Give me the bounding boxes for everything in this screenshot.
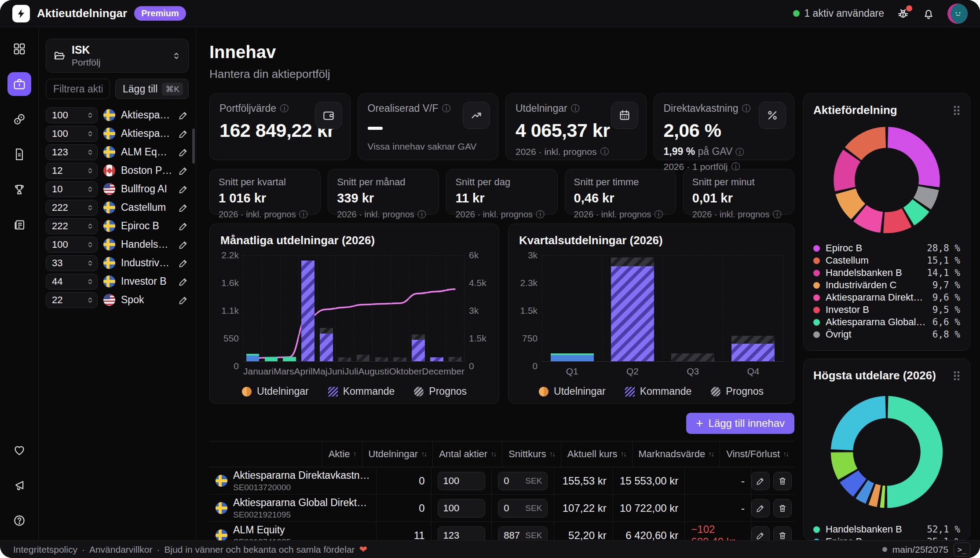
notifications-bell-button[interactable] [922, 7, 935, 20]
edit-pencil-icon[interactable] [751, 526, 770, 541]
nav-dividends-button[interactable] [7, 107, 31, 131]
info-icon[interactable]: ⓘ [735, 147, 744, 157]
dividends-cell: 0 [376, 467, 431, 494]
filter-stocks-input[interactable] [46, 79, 110, 99]
avg-price-input[interactable]: 0SEK [498, 472, 548, 490]
legend-row: Övrigt 6,8 % [813, 328, 960, 341]
user-avatar[interactable] [947, 4, 968, 24]
delete-trash-icon[interactable] [773, 499, 792, 518]
avg-price-input[interactable]: 0SEK [498, 499, 548, 518]
quantity-stepper[interactable]: 44 [46, 274, 98, 290]
nav-reports-button[interactable] [7, 143, 31, 166]
quantity-stepper[interactable]: 22 [46, 292, 98, 308]
edit-pencil-icon[interactable] [178, 128, 189, 139]
edit-pencil-icon[interactable] [751, 499, 770, 518]
shares-input[interactable]: 100 [438, 499, 486, 518]
quantity-stepper[interactable]: 100 [46, 107, 98, 123]
country-flag-icon [216, 529, 227, 540]
quarterly-plot [542, 255, 783, 362]
nav-dashboard-button[interactable] [7, 37, 31, 61]
portfolio-selector[interactable]: ISK Portfölj [46, 39, 189, 73]
stock-list-item: 33 Industrivärden C [46, 255, 189, 271]
shares-input[interactable]: 100 [438, 472, 486, 490]
info-icon[interactable]: ⓘ [280, 103, 289, 114]
edit-pencil-icon[interactable] [178, 295, 189, 305]
info-icon[interactable]: ⓘ [417, 209, 426, 220]
edit-pencil-icon[interactable] [178, 147, 189, 158]
info-icon[interactable]: ⓘ [536, 209, 545, 220]
nav-portfolio-button[interactable] [7, 72, 31, 96]
add-holding-button[interactable]: + Lägg till innehav [686, 413, 794, 434]
plus-icon: + [696, 417, 703, 430]
edit-pencil-icon[interactable] [178, 221, 189, 231]
nav-news-button[interactable] [7, 213, 31, 237]
table-header-cell[interactable]: Aktie ↑ [322, 441, 362, 467]
table-header-cell[interactable]: Vinst/Förlust ↑↓ [720, 441, 794, 467]
table-header-cell[interactable]: Snittkurs ↑↓ [502, 441, 561, 467]
portfolio-value-card: Portföljvärdeⓘ 162 849,22 kr [209, 93, 351, 160]
table-header-cell[interactable]: Utdelningar ↑↓ [362, 441, 433, 467]
quantity-stepper[interactable]: 123 [46, 144, 98, 160]
info-icon[interactable]: ⓘ [600, 146, 609, 158]
legend-item: Utdelningar [242, 385, 309, 397]
quantity-stepper[interactable]: 100 [46, 126, 98, 142]
edit-pencil-icon[interactable] [178, 276, 189, 287]
delete-trash-icon[interactable] [773, 526, 792, 541]
edit-pencil-icon[interactable] [178, 184, 189, 195]
stock-list-item: 10 Bullfrog AI [46, 181, 189, 197]
quantity-stepper[interactable]: 222 [46, 200, 98, 216]
info-icon[interactable]: ⓘ [299, 209, 308, 220]
panel-scrollbar[interactable] [192, 128, 195, 164]
quarterly-dividends-chart: Kvartalsutdelningar (2026) 07501.5k2.3k3… [508, 224, 794, 404]
info-icon[interactable]: ⓘ [442, 103, 451, 114]
info-icon[interactable]: ⓘ [571, 103, 580, 114]
quantity-stepper[interactable]: 10 [46, 181, 98, 197]
top-payers-title: Högsta utdelare (2026) [813, 369, 936, 382]
edit-pencil-icon[interactable] [178, 165, 189, 176]
info-icon[interactable]: ⓘ [742, 103, 751, 114]
add-stock-button[interactable]: Lägg till ⌘K [115, 79, 189, 99]
edit-pencil-icon[interactable] [178, 239, 189, 250]
quantity-stepper[interactable]: 222 [46, 218, 98, 234]
drag-handle-icon[interactable] [953, 105, 960, 115]
quantity-stepper[interactable]: 12 [46, 163, 98, 179]
invite-friends-link[interactable]: Bjud in vänner och bekanta och samla för… [164, 544, 355, 555]
edit-pencil-icon[interactable] [178, 110, 189, 121]
nav-announcements-button[interactable] [7, 474, 31, 497]
table-header-cell[interactable]: Marknadsvärde ↑↓ [632, 441, 720, 467]
nav-favorites-button[interactable] [7, 438, 31, 462]
market-value-cell: 6 420,60 kr [613, 522, 685, 540]
info-icon[interactable]: ⓘ [772, 209, 781, 220]
legend-swatch-icon [414, 387, 424, 396]
country-flag-icon [103, 128, 115, 140]
avg-price-input[interactable]: 887SEK [498, 526, 548, 541]
edit-pencil-icon[interactable] [751, 472, 770, 490]
footer-bar: Integritetspolicy · Användarvillkor · Bj… [0, 540, 980, 558]
terms-link[interactable]: Användarvillkor [89, 544, 153, 555]
country-flag-icon [103, 165, 115, 176]
privacy-policy-link[interactable]: Integritetspolicy [13, 544, 77, 555]
terminal-icon[interactable]: >_ [954, 543, 970, 557]
table-header-cell[interactable]: Aktuell kurs ↑↓ [561, 441, 632, 467]
info-icon[interactable]: ⓘ [654, 209, 663, 220]
info-icon[interactable]: ⓘ [731, 161, 740, 173]
edit-pencil-icon[interactable] [178, 258, 189, 268]
nav-achievements-button[interactable] [7, 178, 31, 202]
current-price-cell: 107,22 kr [554, 495, 612, 521]
drag-handle-icon[interactable] [953, 371, 960, 380]
nav-help-button[interactable] [7, 509, 31, 532]
country-flag-icon [103, 146, 115, 158]
quantity-stepper[interactable]: 100 [46, 237, 98, 253]
shares-input[interactable]: 123 [438, 526, 486, 541]
edit-pencil-icon[interactable] [178, 202, 189, 213]
table-header-actions [209, 441, 322, 467]
quantity-stepper[interactable]: 33 [46, 255, 98, 271]
bug-report-button[interactable] [896, 7, 910, 20]
stepper-chevrons-icon [87, 185, 94, 193]
legend-item: Prognos [711, 385, 764, 397]
table-header-cell[interactable]: Antal aktier ↑↓ [432, 441, 502, 467]
stepper-chevrons-icon [87, 241, 94, 249]
holding-isin: SE0021921095 [233, 510, 370, 520]
delete-trash-icon[interactable] [773, 472, 792, 490]
build-status-dot [882, 547, 887, 552]
